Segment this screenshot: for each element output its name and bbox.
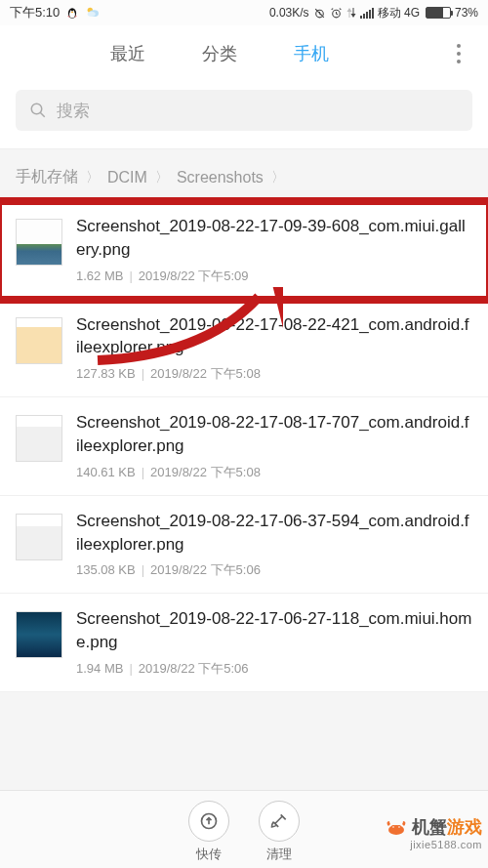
battery-pct: 73% xyxy=(455,6,478,20)
crumb-1[interactable]: DCIM xyxy=(107,169,147,186)
tab-1[interactable]: 分类 xyxy=(198,26,241,81)
file-thumbnail xyxy=(16,514,62,560)
breadcrumb: 手机存储〉DCIM〉Screenshots〉 xyxy=(0,149,488,201)
status-right: 0.03K/s 移动 4G 73% xyxy=(269,5,478,21)
status-left: 下午5:10 xyxy=(10,4,101,21)
file-thumbnail xyxy=(16,415,62,462)
quick-transfer-button[interactable]: 快传 xyxy=(188,801,229,868)
net-speed: 0.03K/s xyxy=(269,6,309,20)
file-item[interactable]: Screenshot_2019-08-22-17-08-22-421_com.a… xyxy=(0,300,488,398)
watermark: 机蟹游戏 jixie5188.com xyxy=(385,815,482,850)
search-icon xyxy=(29,102,47,119)
svg-point-3 xyxy=(73,11,74,12)
watermark-brand: 机蟹游戏 xyxy=(412,815,482,839)
signal-icon xyxy=(360,8,374,19)
tab-0[interactable]: 最近 xyxy=(106,26,149,81)
status-bar: 下午5:10 0.03K/s 移动 4G 73% xyxy=(0,0,488,25)
file-name: Screenshot_2019-08-22-17-09-39-608_com.m… xyxy=(76,215,472,262)
file-name: Screenshot_2019-08-22-17-06-37-594_com.a… xyxy=(76,510,472,557)
weather-icon xyxy=(85,5,101,21)
file-item[interactable]: Screenshot_2019-08-22-17-08-17-707_com.a… xyxy=(0,397,488,496)
file-name: Screenshot_2019-08-22-17-08-17-707_com.a… xyxy=(76,411,472,458)
chevron-right-icon: 〉 xyxy=(155,169,169,186)
battery-icon xyxy=(426,7,451,19)
chevron-right-icon: 〉 xyxy=(86,169,100,186)
file-item[interactable]: Screenshot_2019-08-22-17-06-27-118_com.m… xyxy=(0,594,488,692)
svg-point-10 xyxy=(31,103,42,114)
file-item[interactable]: Screenshot_2019-08-22-17-09-39-608_com.m… xyxy=(0,201,488,300)
data-arrows-icon xyxy=(346,7,356,19)
svg-point-7 xyxy=(88,12,96,17)
top-tabs: 最近分类手机 xyxy=(0,25,488,82)
chevron-right-icon: 〉 xyxy=(271,169,285,186)
file-info: Screenshot_2019-08-22-17-08-22-421_com.a… xyxy=(76,313,472,384)
transfer-label: 快传 xyxy=(196,846,222,863)
more-menu-button[interactable] xyxy=(439,44,478,63)
file-info: Screenshot_2019-08-22-17-06-27-118_com.m… xyxy=(76,607,472,678)
file-name: Screenshot_2019-08-22-17-06-27-118_com.m… xyxy=(76,607,472,654)
alarm-icon xyxy=(330,7,343,20)
search-placeholder: 搜索 xyxy=(57,100,90,122)
file-item[interactable]: Screenshot_2019-08-22-17-06-37-594_com.a… xyxy=(0,496,488,595)
watermark-url: jixie5188.com xyxy=(410,839,482,850)
crumb-2[interactable]: Screenshots xyxy=(177,169,264,186)
broom-icon xyxy=(269,811,289,831)
file-thumbnail xyxy=(16,611,62,658)
carrier-label: 移动 4G xyxy=(378,5,420,21)
svg-point-16 xyxy=(392,826,394,828)
svg-point-4 xyxy=(71,12,73,13)
clean-label: 清理 xyxy=(266,846,292,863)
file-meta: 140.61 KB|2019/8/22 下午5:08 xyxy=(76,464,472,481)
svg-point-17 xyxy=(398,826,400,828)
search-input[interactable]: 搜索 xyxy=(16,90,472,131)
file-info: Screenshot_2019-08-22-17-08-17-707_com.a… xyxy=(76,411,472,481)
file-meta: 135.08 KB|2019/8/22 下午5:06 xyxy=(76,561,472,579)
file-info: Screenshot_2019-08-22-17-09-39-608_com.m… xyxy=(76,215,472,285)
svg-point-2 xyxy=(70,11,71,12)
alarm-off-icon xyxy=(313,7,326,20)
svg-point-13 xyxy=(388,825,404,835)
file-thumbnail xyxy=(16,317,62,364)
file-info: Screenshot_2019-08-22-17-06-37-594_com.a… xyxy=(76,510,472,580)
file-name: Screenshot_2019-08-22-17-08-22-421_com.a… xyxy=(76,313,472,360)
search-container: 搜索 xyxy=(0,82,488,149)
annotation-highlight: Screenshot_2019-08-22-17-09-39-608_com.m… xyxy=(0,201,488,300)
tab-2[interactable]: 手机 xyxy=(290,26,333,81)
svg-line-11 xyxy=(40,112,45,117)
file-list: Screenshot_2019-08-22-17-09-39-608_com.m… xyxy=(0,201,488,692)
file-thumbnail xyxy=(16,219,62,266)
clean-button[interactable]: 清理 xyxy=(259,801,300,868)
file-meta: 1.94 MB|2019/8/22 下午5:06 xyxy=(76,660,472,678)
status-time: 下午5:10 xyxy=(10,4,60,21)
file-meta: 127.83 KB|2019/8/22 下午5:08 xyxy=(76,365,472,383)
qq-icon xyxy=(65,6,79,20)
crab-icon xyxy=(385,815,408,839)
file-meta: 1.62 MB|2019/8/22 下午5:09 xyxy=(76,268,472,285)
transfer-icon xyxy=(199,811,219,831)
crumb-0[interactable]: 手机存储 xyxy=(16,167,78,187)
